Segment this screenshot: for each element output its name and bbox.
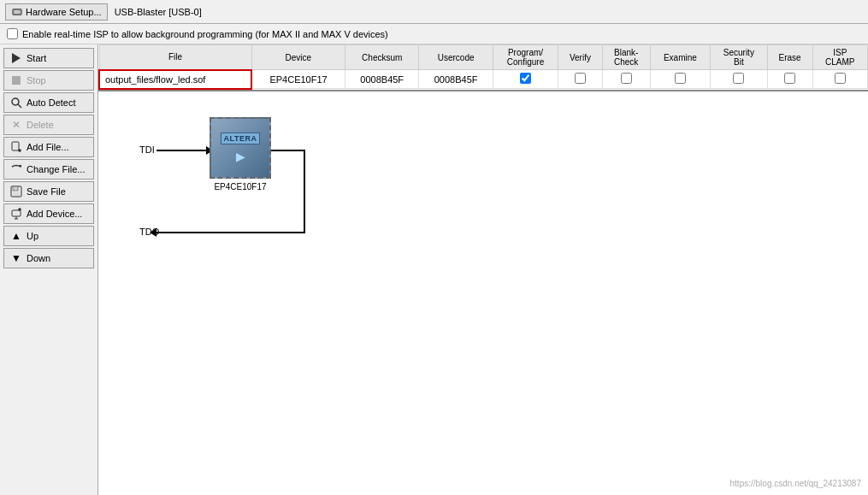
col-device: Device — [251, 45, 345, 70]
cell-program[interactable] — [493, 70, 558, 89]
add-file-button[interactable]: Add File... — [3, 137, 94, 157]
stop-icon — [9, 74, 23, 87]
line-down — [304, 150, 305, 233]
table-row: output_files/flow_led.sof EP4CE10F17 000… — [99, 70, 868, 89]
svg-rect-6 — [12, 142, 19, 150]
examine-checkbox[interactable] — [675, 73, 686, 84]
svg-rect-12 — [13, 192, 20, 196]
add-device-icon — [9, 207, 23, 221]
hardware-icon — [11, 6, 23, 18]
auto-detect-label: Auto Detect — [27, 97, 75, 108]
line-right — [271, 150, 305, 151]
tdi-arrow — [156, 150, 212, 151]
cell-security-bit[interactable] — [711, 70, 768, 89]
erase-checkbox[interactable] — [784, 73, 795, 84]
down-icon: ▼ — [9, 251, 23, 265]
programming-table: File Device Checksum Usercode Program/Co… — [98, 44, 868, 90]
svg-rect-11 — [13, 186, 18, 191]
down-button[interactable]: ▼ Down — [3, 248, 94, 268]
watermark: https://blog.csdn.net/qq_24213087 — [730, 479, 861, 488]
up-label: Up — [27, 231, 38, 241]
cell-device: EP4CE10F17 — [251, 70, 345, 89]
cell-isp-clamp[interactable] — [812, 70, 867, 89]
change-file-button[interactable]: Change File... — [3, 159, 94, 180]
svg-rect-3 — [12, 76, 21, 85]
top-bar: Hardware Setup... USB-Blaster [USB-0] — [0, 0, 868, 24]
sidebar: Start Stop Auto Detect ✕ Delete Add File… — [0, 44, 98, 495]
auto-detect-button[interactable]: Auto Detect — [3, 92, 94, 113]
cell-verify[interactable] — [558, 70, 603, 89]
col-usercode: Usercode — [419, 45, 493, 70]
svg-rect-1 — [15, 10, 21, 14]
blank-check-checkbox[interactable] — [621, 73, 632, 84]
cell-checksum: 0008B45F — [345, 70, 419, 89]
stop-label: Stop — [27, 75, 46, 85]
tdo-arrow — [150, 228, 156, 237]
isp-row: Enable real-time ISP to allow background… — [0, 24, 868, 44]
content-area: File Device Checksum Usercode Program/Co… — [98, 44, 868, 495]
security-bit-checkbox[interactable] — [733, 73, 744, 84]
change-file-label: Change File... — [27, 164, 85, 174]
save-file-label: Save File — [27, 186, 66, 197]
isp-label: Enable real-time ISP to allow background… — [22, 29, 388, 39]
cell-examine[interactable] — [650, 70, 710, 89]
tdi-label: TDI — [139, 144, 155, 155]
cell-file: output_files/flow_led.sof — [99, 70, 251, 89]
col-erase: Erase — [767, 45, 812, 70]
col-blank-check: Blank-Check — [602, 45, 650, 70]
auto-detect-icon — [9, 96, 23, 109]
add-file-label: Add File... — [27, 142, 69, 152]
col-checksum: Checksum — [345, 45, 419, 70]
stop-button[interactable]: Stop — [3, 70, 94, 91]
start-label: Start — [27, 53, 46, 63]
save-file-button[interactable]: Save File — [3, 181, 94, 202]
svg-point-4 — [12, 98, 19, 105]
svg-line-5 — [18, 104, 21, 108]
table-section: File Device Checksum Usercode Program/Co… — [98, 44, 868, 91]
chip-container: ALTERA ▶ EP4CE10F17 — [210, 117, 271, 192]
diagram-section: TDI TDO ALTERA ▶ EP4CE10F17 h — [98, 91, 868, 496]
chip-name: EP4CE10F17 — [214, 182, 266, 192]
line-left — [156, 232, 305, 233]
add-device-label: Add Device... — [27, 209, 82, 219]
program-checkbox[interactable] — [520, 73, 531, 84]
col-examine: Examine — [650, 45, 710, 70]
cell-blank-check[interactable] — [602, 70, 650, 89]
down-label: Down — [27, 253, 50, 263]
col-security-bit: SecurityBit — [711, 45, 768, 70]
isp-clamp-checkbox[interactable] — [835, 73, 846, 84]
delete-button[interactable]: ✕ Delete — [3, 115, 94, 135]
add-file-icon — [9, 140, 23, 154]
hardware-setup-button[interactable]: Hardware Setup... — [5, 3, 108, 21]
col-isp-clamp: ISPCLAMP — [812, 45, 867, 70]
change-file-icon — [9, 162, 23, 176]
start-icon — [9, 51, 23, 65]
save-file-icon — [9, 185, 23, 198]
delete-icon: ✕ — [9, 118, 23, 132]
start-button[interactable]: Start — [3, 48, 94, 68]
col-file: File — [99, 45, 251, 70]
chip-box: ALTERA ▶ — [210, 117, 271, 179]
cell-usercode: 0008B45F — [419, 70, 493, 89]
svg-rect-13 — [12, 210, 21, 216]
delete-label: Delete — [27, 120, 54, 130]
cell-erase[interactable] — [767, 70, 812, 89]
chip-pointer: ▶ — [236, 150, 245, 163]
main-layout: Start Stop Auto Detect ✕ Delete Add File… — [0, 44, 868, 495]
add-device-button[interactable]: Add Device... — [3, 203, 94, 224]
hardware-setup-label: Hardware Setup... — [26, 7, 102, 17]
chip-logo: ALTERA — [221, 133, 261, 144]
up-button[interactable]: ▲ Up — [3, 226, 94, 246]
up-icon: ▲ — [9, 229, 23, 243]
verify-checkbox[interactable] — [575, 73, 586, 84]
svg-marker-2 — [12, 53, 21, 63]
col-verify: Verify — [558, 45, 603, 70]
col-program: Program/Configure — [493, 45, 558, 70]
device-label: USB-Blaster [USB-0] — [115, 7, 202, 17]
isp-checkbox[interactable] — [7, 28, 18, 39]
